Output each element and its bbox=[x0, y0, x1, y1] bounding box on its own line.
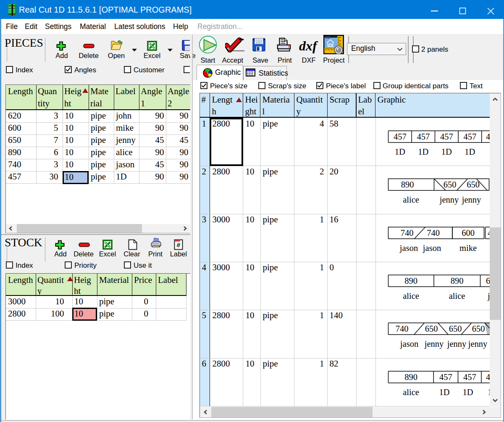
svg-text:1D: 1D bbox=[394, 147, 405, 156]
svg-text:alice: alice bbox=[403, 195, 419, 204]
svg-text:457: 457 bbox=[463, 372, 476, 382]
svg-text:650: 650 bbox=[449, 324, 462, 333]
svg-text:alice: alice bbox=[449, 291, 465, 301]
svg-text:alice: alice bbox=[403, 291, 419, 301]
svg-text:1D: 1D bbox=[462, 388, 473, 397]
svg-text:jenny: jenny bbox=[439, 195, 459, 205]
svg-text:1D: 1D bbox=[441, 147, 452, 156]
svg-text:jenny: jenny bbox=[467, 339, 487, 349]
svg-text:890: 890 bbox=[404, 276, 417, 285]
svg-text:600: 600 bbox=[462, 228, 475, 237]
svg-text:1D: 1D bbox=[418, 147, 428, 156]
svg-text:457: 457 bbox=[393, 132, 406, 141]
svg-text:jenny: jenny bbox=[446, 339, 466, 349]
svg-text:457: 457 bbox=[486, 132, 490, 141]
svg-text:457: 457 bbox=[417, 132, 430, 141]
svg-text:jenny: jenny bbox=[461, 195, 481, 205]
svg-text:alice: alice bbox=[403, 388, 419, 397]
svg-text:jason: jason bbox=[399, 339, 418, 349]
svg-text:mike: mike bbox=[459, 243, 477, 253]
svg-text:457: 457 bbox=[486, 372, 490, 382]
svg-text:jason: jason bbox=[422, 243, 441, 253]
svg-text:740: 740 bbox=[395, 324, 408, 333]
svg-text:740: 740 bbox=[427, 228, 440, 237]
svg-text:jason: jason bbox=[399, 243, 417, 253]
svg-text:457: 457 bbox=[439, 372, 452, 382]
svg-text:457: 457 bbox=[440, 132, 453, 141]
svg-text:890: 890 bbox=[401, 180, 414, 189]
svg-text:650: 650 bbox=[467, 180, 480, 189]
svg-text:457: 457 bbox=[463, 132, 476, 141]
svg-text:650: 650 bbox=[443, 180, 456, 189]
svg-text:1D: 1D bbox=[439, 388, 449, 397]
svg-text:890: 890 bbox=[450, 276, 463, 285]
svg-text:740: 740 bbox=[400, 228, 413, 237]
svg-text:62: 62 bbox=[486, 276, 490, 285]
svg-text:890: 890 bbox=[404, 372, 417, 382]
svg-text:1D: 1D bbox=[465, 147, 475, 156]
svg-text:650: 650 bbox=[425, 324, 438, 333]
svg-text:650: 650 bbox=[472, 324, 485, 333]
svg-text:jenny: jenny bbox=[424, 339, 444, 349]
